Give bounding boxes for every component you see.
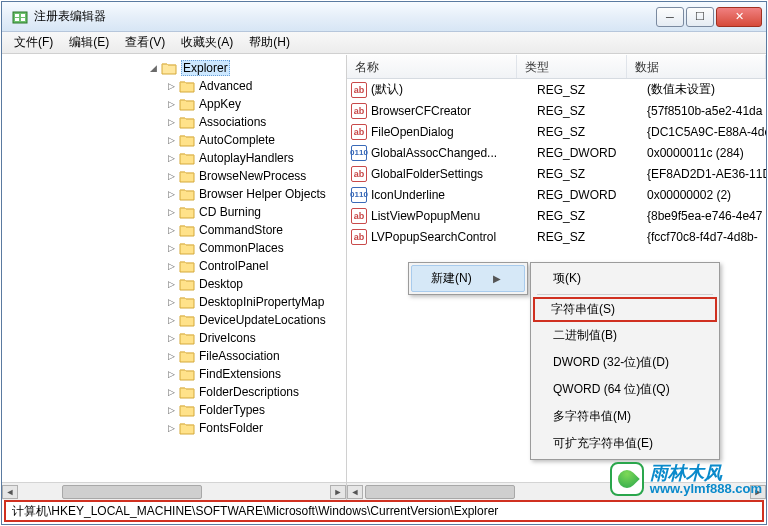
expand-icon[interactable]: ▷ bbox=[166, 405, 177, 416]
context-submenu-item[interactable]: 二进制值(B) bbox=[533, 322, 717, 349]
tree-item[interactable]: ▷DriveIcons bbox=[2, 329, 346, 347]
minimize-button[interactable]: ─ bbox=[656, 7, 684, 27]
app-icon bbox=[12, 9, 28, 25]
expand-icon[interactable]: ▷ bbox=[166, 225, 177, 236]
tree-item[interactable]: ▷FontsFolder bbox=[2, 419, 346, 437]
menu-edit[interactable]: 编辑(E) bbox=[61, 31, 117, 54]
expand-icon[interactable]: ▷ bbox=[166, 423, 177, 434]
binary-value-icon: 0110 bbox=[351, 145, 367, 161]
value-row[interactable]: abLVPopupSearchControlREG_SZ{fccf70c8-f4… bbox=[347, 226, 766, 247]
svg-rect-2 bbox=[21, 14, 25, 17]
string-value-icon: ab bbox=[351, 229, 367, 245]
expand-icon[interactable]: ▷ bbox=[166, 189, 177, 200]
column-header-data[interactable]: 数据 bbox=[627, 55, 766, 78]
tree-item[interactable]: ▷CD Burning bbox=[2, 203, 346, 221]
watermark-url: www.ylmf888.com bbox=[650, 482, 762, 495]
value-row[interactable]: abFileOpenDialogREG_SZ{DC1C5A9C-E88A-4dc bbox=[347, 121, 766, 142]
maximize-button[interactable]: ☐ bbox=[686, 7, 714, 27]
svg-rect-3 bbox=[15, 18, 19, 21]
expand-icon[interactable]: ▷ bbox=[166, 99, 177, 110]
submenu-arrow-icon: ▶ bbox=[493, 273, 501, 284]
tree-item[interactable]: ▷ControlPanel bbox=[2, 257, 346, 275]
value-row[interactable]: abBrowserCFCreatorREG_SZ{57f8510b-a5e2-4… bbox=[347, 100, 766, 121]
tree-item[interactable]: ▷FileAssociation bbox=[2, 347, 346, 365]
expand-icon[interactable]: ▷ bbox=[166, 279, 177, 290]
tree-item[interactable]: ▷DesktopIniPropertyMap bbox=[2, 293, 346, 311]
menu-view[interactable]: 查看(V) bbox=[117, 31, 173, 54]
tree-view[interactable]: ◢Explorer▷Advanced▷AppKey▷Associations▷A… bbox=[2, 55, 346, 482]
svg-rect-1 bbox=[15, 14, 19, 17]
context-menu: 新建(N) ▶ bbox=[408, 262, 528, 295]
window-title: 注册表编辑器 bbox=[34, 8, 654, 25]
tree-item[interactable]: ▷Browser Helper Objects bbox=[2, 185, 346, 203]
context-submenu-item[interactable]: DWORD (32-位)值(D) bbox=[533, 349, 717, 376]
expand-icon[interactable]: ▷ bbox=[166, 261, 177, 272]
tree-item[interactable]: ▷DeviceUpdateLocations bbox=[2, 311, 346, 329]
string-value-icon: ab bbox=[351, 124, 367, 140]
context-menu-new[interactable]: 新建(N) ▶ bbox=[411, 265, 525, 292]
expand-icon[interactable]: ▷ bbox=[166, 207, 177, 218]
tree-item[interactable]: ▷AutoplayHandlers bbox=[2, 149, 346, 167]
tree-item[interactable]: ▷Associations bbox=[2, 113, 346, 131]
tree-item[interactable]: ▷FolderTypes bbox=[2, 401, 346, 419]
tree-item[interactable]: ▷CommandStore bbox=[2, 221, 346, 239]
expand-icon[interactable]: ▷ bbox=[166, 297, 177, 308]
tree-item[interactable]: ▷BrowseNewProcess bbox=[2, 167, 346, 185]
value-row[interactable]: abListViewPopupMenuREG_SZ{8be9f5ea-e746-… bbox=[347, 205, 766, 226]
tree-pane: ◢Explorer▷Advanced▷AppKey▷Associations▷A… bbox=[2, 55, 347, 500]
menu-help[interactable]: 帮助(H) bbox=[241, 31, 298, 54]
tree-item[interactable]: ▷AutoComplete bbox=[2, 131, 346, 149]
scroll-right-arrow-icon[interactable]: ► bbox=[330, 485, 346, 499]
expand-icon[interactable]: ▷ bbox=[166, 153, 177, 164]
expand-icon[interactable]: ▷ bbox=[166, 171, 177, 182]
context-submenu-item[interactable]: QWORD (64 位)值(Q) bbox=[533, 376, 717, 403]
values-header: 名称 类型 数据 bbox=[347, 55, 766, 79]
collapse-icon[interactable]: ◢ bbox=[148, 63, 159, 74]
close-button[interactable]: ✕ bbox=[716, 7, 762, 27]
menubar: 文件(F) 编辑(E) 查看(V) 收藏夹(A) 帮助(H) bbox=[2, 32, 766, 54]
menu-file[interactable]: 文件(F) bbox=[6, 31, 61, 54]
statusbar-path: 计算机\HKEY_LOCAL_MACHINE\SOFTWARE\Microsof… bbox=[4, 500, 764, 522]
context-submenu-item[interactable]: 字符串值(S) bbox=[533, 297, 717, 322]
expand-icon[interactable]: ▷ bbox=[166, 315, 177, 326]
binary-value-icon: 0110 bbox=[351, 187, 367, 203]
tree-item[interactable]: ▷FindExtensions bbox=[2, 365, 346, 383]
expand-icon[interactable]: ▷ bbox=[166, 81, 177, 92]
column-header-name[interactable]: 名称 bbox=[347, 55, 517, 78]
value-row[interactable]: ab(默认)REG_SZ(数值未设置) bbox=[347, 79, 766, 100]
context-menu-new-label: 新建(N) bbox=[431, 270, 472, 287]
context-submenu-item[interactable]: 项(K) bbox=[533, 265, 717, 292]
tree-horizontal-scrollbar[interactable]: ◄ ► bbox=[2, 482, 346, 500]
titlebar[interactable]: 注册表编辑器 ─ ☐ ✕ bbox=[2, 2, 766, 32]
scroll-left-arrow-icon[interactable]: ◄ bbox=[347, 485, 363, 499]
menu-favorites[interactable]: 收藏夹(A) bbox=[173, 31, 241, 54]
value-row[interactable]: 0110IconUnderlineREG_DWORD0x00000002 (2) bbox=[347, 184, 766, 205]
scroll-thumb[interactable] bbox=[365, 485, 515, 499]
expand-icon[interactable]: ▷ bbox=[166, 117, 177, 128]
string-value-icon: ab bbox=[351, 166, 367, 182]
scroll-thumb[interactable] bbox=[62, 485, 202, 499]
watermark: 雨林木风 www.ylmf888.com bbox=[610, 462, 762, 496]
tree-item[interactable]: ▷AppKey bbox=[2, 95, 346, 113]
tree-item[interactable]: ▷Desktop bbox=[2, 275, 346, 293]
tree-item-explorer[interactable]: ◢Explorer bbox=[2, 59, 346, 77]
value-row[interactable]: 0110GlobalAssocChanged...REG_DWORD0x0000… bbox=[347, 142, 766, 163]
expand-icon[interactable]: ▷ bbox=[166, 351, 177, 362]
string-value-icon: ab bbox=[351, 103, 367, 119]
context-submenu-item[interactable]: 多字符串值(M) bbox=[533, 403, 717, 430]
value-row[interactable]: abGlobalFolderSettingsREG_SZ{EF8AD2D1-AE… bbox=[347, 163, 766, 184]
scroll-left-arrow-icon[interactable]: ◄ bbox=[2, 485, 18, 499]
expand-icon[interactable]: ▷ bbox=[166, 387, 177, 398]
tree-item[interactable]: ▷FolderDescriptions bbox=[2, 383, 346, 401]
expand-icon[interactable]: ▷ bbox=[166, 243, 177, 254]
context-submenu-item[interactable]: 可扩充字符串值(E) bbox=[533, 430, 717, 457]
svg-rect-0 bbox=[13, 12, 27, 23]
window-controls: ─ ☐ ✕ bbox=[654, 7, 762, 27]
expand-icon[interactable]: ▷ bbox=[166, 369, 177, 380]
expand-icon[interactable]: ▷ bbox=[166, 333, 177, 344]
tree-item[interactable]: ▷Advanced bbox=[2, 77, 346, 95]
expand-icon[interactable]: ▷ bbox=[166, 135, 177, 146]
column-header-type[interactable]: 类型 bbox=[517, 55, 627, 78]
string-value-icon: ab bbox=[351, 208, 367, 224]
tree-item[interactable]: ▷CommonPlaces bbox=[2, 239, 346, 257]
